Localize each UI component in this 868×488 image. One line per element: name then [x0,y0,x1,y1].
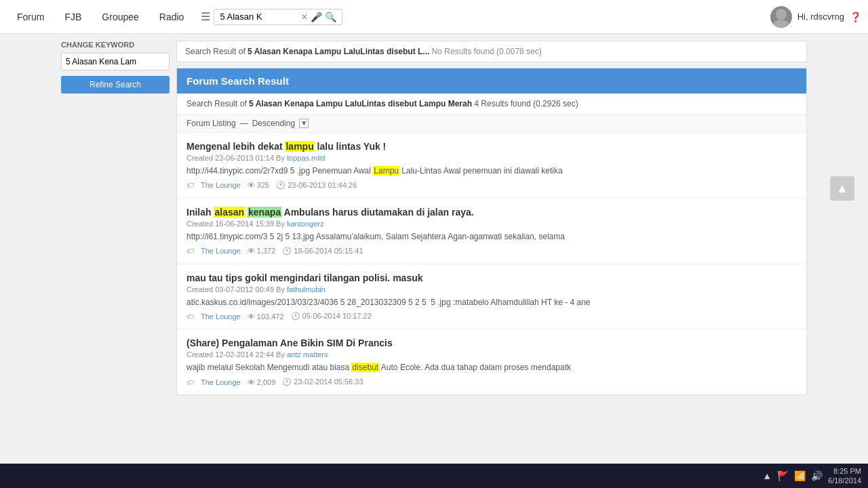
forum-result-item: Inilah alasan kenapa Ambulans harus diut… [177,199,806,264]
forum-item-meta: Created 16-06-2014 15:39 By kantongerz [186,220,797,228]
no-results-text: No Results found (0.0078 sec) [432,47,542,56]
hi-username: Hi, rdscvrng [797,12,844,22]
nav-fjb[interactable]: FJB [54,0,92,34]
forum-result-item: (Share) Pengalaman Ane Bikin SIM Di Pran… [177,329,806,394]
forum-item-meta: Created 03-07-2012 00:49 By fathulmubin [186,285,797,293]
tag-icon: 🏷 [186,247,194,255]
highlight-alasan: alasan [214,207,245,218]
category-link[interactable]: The Lounge [201,378,241,386]
forum-search-query: 5 Alasan Kenapa Lampu LaluLintas disebut… [249,99,472,108]
listing-dash: — [240,119,248,128]
svg-point-1 [773,20,789,28]
views-count: 👁 103,472 [248,312,284,321]
avatar [770,6,792,28]
forum-result-item: mau tau tips gokil mengindari tilangan p… [177,264,806,330]
nav-groupee[interactable]: Groupee [92,0,149,34]
forum-item-footer: 🏷 The Lounge 👁 2,009 🕐 23-02-2014 05:56:… [186,378,797,386]
forum-item-excerpt: wajib melalui Sekolah Mengemudi atau bia… [186,362,797,373]
clear-search-icon[interactable]: ✕ [301,12,308,22]
nav-radio[interactable]: Radio [149,0,195,34]
category-link[interactable]: The Lounge [201,247,241,255]
author-link[interactable]: toppas.mild [287,154,325,162]
highlight-disebut: disebut [351,363,379,372]
refine-search-button[interactable]: Refine Search [61,76,170,94]
svg-point-0 [776,9,787,20]
category-link[interactable]: The Lounge [201,312,241,321]
footer-date: 🕐 18-06-2014 05:15:41 [282,247,363,256]
listing-label: Forum Listing [186,119,236,128]
forum-item-excerpt: http://i61.tinypic.com/3 5 2j 5 13.jpg A… [186,231,797,243]
forum-item-excerpt: http://i44.tinypic.com/2r7xd9 5 .jpg Pen… [186,165,797,177]
author-link[interactable]: fathulmubin [287,285,326,293]
forum-item-footer: 🏷 The Lounge 👁 325 🕐 23-06-2013 01:44:26 [186,181,797,190]
top-navigation: Forum FJB Groupee Radio ☰ ✕ 🎤 🔍 Hi, rdsc… [0,0,868,34]
author-link[interactable]: kantongerz [287,220,323,228]
search-submit-icon[interactable]: 🔍 [325,12,336,22]
hamburger-menu-icon[interactable]: ☰ [201,10,210,23]
scroll-to-top-button[interactable]: ▲ [830,176,854,201]
search-bar: ✕ 🎤 🔍 [214,9,342,25]
author-link[interactable]: antz matters [287,350,328,359]
footer-date: 🕐 23-06-2013 01:44:26 [276,181,357,190]
help-icon[interactable]: ❓ [850,12,861,22]
sidebar: CHANGE KEYWORD Refine Search [61,41,170,395]
search-input[interactable] [220,12,301,22]
nav-right-section: Hi, rdscvrng ❓ [770,6,861,28]
nav-forum[interactable]: Forum [7,0,54,34]
forum-item-meta: Created 12-02-2014 22:44 By antz matters [186,350,797,359]
footer-date: 🕐 05-06-2014 10:17:22 [291,312,372,321]
forum-item-title[interactable]: Mengenal lebih dekat lampu lalu lintas Y… [186,141,797,152]
views-count: 👁 1,372 [248,247,276,255]
sort-icon[interactable]: ▼ [299,119,309,128]
forum-item-title[interactable]: (Share) Pengalaman Ane Bikin SIM Di Pran… [186,338,797,348]
forum-result-item: Mengenal lebih dekat lampu lalu lintas Y… [177,133,806,199]
listing-header: Forum Listing — Descending ▼ [177,115,806,133]
forum-search-result-box: Forum Search Result Search Result of 5 A… [176,68,807,395]
keyword-input[interactable] [61,53,170,70]
forum-search-summary: Search Result of 5 Alasan Kenapa Lampu L… [177,94,806,115]
category-link[interactable]: The Lounge [201,181,241,189]
highlight-lampu2: Lampu [373,166,399,176]
sidebar-section-title: CHANGE KEYWORD [61,41,170,49]
top-search-summary: Search Result of 5 Alasan Kenapa Lampu L… [176,41,807,62]
search-summary-query: 5 Alasan Kenapa Lampu LaluLintas disebut… [248,47,429,56]
forum-item-footer: 🏷 The Lounge 👁 1,372 🕐 18-06-2014 05:15:… [186,247,797,256]
listing-order: Descending [252,119,295,128]
forum-item-excerpt: atic.kaskus.co.id/images/2013/03/23/4036… [186,297,797,308]
forum-item-title[interactable]: mau tau tips gokil mengindari tilangan p… [186,272,797,283]
search-summary-prefix: Search Result of [185,47,245,56]
tag-icon: 🏷 [186,312,194,321]
forum-results-info: 4 Results found (0.2926 sec) [474,99,578,108]
forum-item-title[interactable]: Inilah alasan kenapa Ambulans harus diut… [186,207,797,218]
content-area: Search Result of 5 Alasan Kenapa Lampu L… [176,41,807,395]
mic-icon[interactable]: 🎤 [311,12,322,22]
tag-icon: 🏷 [186,181,194,189]
forum-item-meta: Created 23-06-2013 01:14 By toppas.mild [186,154,797,162]
forum-item-footer: 🏷 The Lounge 👁 103,472 🕐 05-06-2014 10:1… [186,312,797,321]
views-count: 👁 2,009 [248,378,276,386]
highlight-kenapa: kenapa [248,207,281,218]
views-count: 👁 325 [248,181,269,189]
footer-date: 🕐 23-02-2014 05:56:33 [282,378,363,386]
main-layout: CHANGE KEYWORD Refine Search Search Resu… [54,34,814,402]
highlight-lampu: lampu [285,141,314,152]
forum-search-header: Forum Search Result [177,68,806,94]
tag-icon: 🏷 [186,378,194,386]
